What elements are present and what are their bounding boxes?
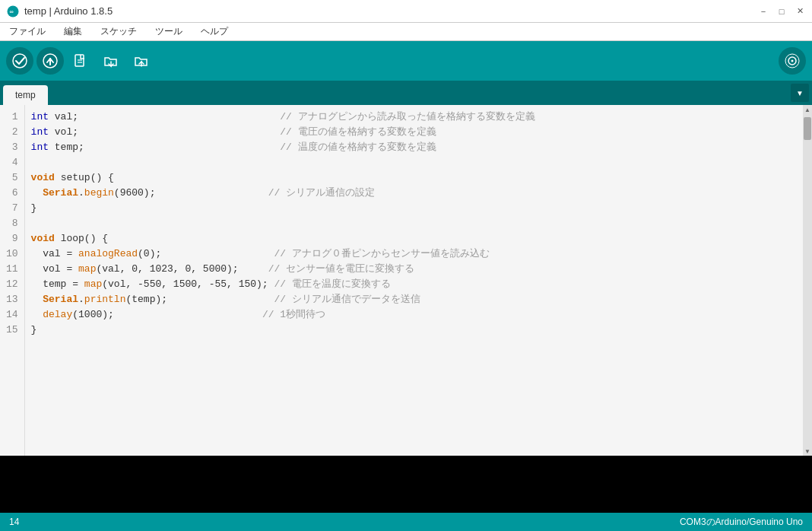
code-line: delay(1000); // 1秒間待つ <box>31 307 797 323</box>
scrollbar-vertical[interactable]: ▲ ▼ <box>803 105 812 456</box>
code-line: } <box>31 201 797 216</box>
menu-file[interactable]: ファイル <box>6 24 49 40</box>
open-button[interactable] <box>97 47 125 75</box>
upload-icon <box>43 53 58 68</box>
title-controls: − □ ✕ <box>757 5 806 17</box>
title-left: ∞ temp | Arduino 1.8.5 <box>6 5 113 18</box>
scroll-thumb[interactable] <box>804 117 811 140</box>
menu-help[interactable]: ヘルプ <box>198 24 231 40</box>
line-number: 3 <box>6 140 18 155</box>
new-icon <box>72 52 89 69</box>
line-number: 5 <box>6 170 18 186</box>
menu-tools[interactable]: ツール <box>152 24 186 40</box>
board-indicator: COM3のArduino/Genuino Uno <box>680 516 803 529</box>
toolbar <box>0 41 812 81</box>
line-number: 2 <box>6 125 18 140</box>
editor-area: 123456789101112131415 int val; // アナログピン… <box>0 105 812 456</box>
serial-monitor-icon <box>785 53 800 68</box>
menu-edit[interactable]: 編集 <box>61 24 85 40</box>
code-line: Serial.println(temp); // シリアル通信でデータを送信 <box>31 292 797 307</box>
close-button[interactable]: ✕ <box>794 5 806 17</box>
title-bar: ∞ temp | Arduino 1.8.5 − □ ✕ <box>0 0 812 23</box>
code-line: } <box>31 323 797 338</box>
tab-dropdown-button[interactable]: ▼ <box>791 84 809 102</box>
code-line: vol = map(val, 0, 1023, 0, 5000); // センサ… <box>31 262 797 277</box>
line-number: 13 <box>6 292 18 307</box>
tab-temp[interactable]: temp <box>3 85 48 105</box>
save-button[interactable] <box>128 47 155 75</box>
line-number: 12 <box>6 277 18 292</box>
code-line: void setup() { <box>31 170 797 186</box>
line-number: 7 <box>6 201 18 216</box>
code-line: val = analogRead(0); // アナログ０番ピンからセンサー値を… <box>31 246 797 262</box>
status-bar: 14 COM3のArduino/Genuino Uno <box>0 513 812 531</box>
svg-point-12 <box>791 60 794 62</box>
line-number: 15 <box>6 323 18 338</box>
menu-bar: ファイル 編集 スケッチ ツール ヘルプ <box>0 23 812 41</box>
code-line <box>31 216 797 231</box>
line-number: 4 <box>6 155 18 170</box>
menu-sketch[interactable]: スケッチ <box>97 24 140 40</box>
code-editor[interactable]: int val; // アナログピンから読み取った値を格納する変数を定義int … <box>25 105 803 456</box>
minimize-button[interactable]: − <box>757 5 769 17</box>
new-button[interactable] <box>67 47 94 75</box>
svg-point-2 <box>13 54 27 68</box>
line-number: 9 <box>6 231 18 246</box>
line-indicator: 14 <box>9 517 19 527</box>
app-title: temp | Arduino 1.8.5 <box>24 5 113 17</box>
line-number: 14 <box>6 307 18 323</box>
save-icon <box>133 52 150 69</box>
verify-icon <box>12 53 27 68</box>
tab-bar: temp ▼ <box>0 81 812 105</box>
code-line: int val; // アナログピンから読み取った値を格納する変数を定義 <box>31 110 797 125</box>
line-number: 1 <box>6 110 18 125</box>
verify-button[interactable] <box>6 47 33 75</box>
code-line: void loop() { <box>31 231 797 246</box>
upload-button[interactable] <box>36 47 64 75</box>
tab-label: temp <box>15 90 36 100</box>
serial-monitor-button[interactable] <box>779 47 806 75</box>
code-line <box>31 155 797 170</box>
maximize-button[interactable]: □ <box>776 5 788 17</box>
code-line: temp = map(vol, -550, 1500, -55, 150); /… <box>31 277 797 292</box>
line-number: 8 <box>6 216 18 231</box>
arduino-logo-icon: ∞ <box>6 5 20 18</box>
code-line: int vol; // 電圧の値を格納する変数を定義 <box>31 125 797 140</box>
svg-text:∞: ∞ <box>10 8 14 15</box>
line-number: 11 <box>6 262 18 277</box>
console-area <box>0 456 812 513</box>
scroll-down-arrow[interactable]: ▼ <box>803 447 812 456</box>
line-number: 6 <box>6 186 18 201</box>
code-line: int temp; // 温度の値を格納する変数を定義 <box>31 140 797 155</box>
open-icon <box>103 52 119 69</box>
line-numbers: 123456789101112131415 <box>0 105 25 456</box>
scroll-up-arrow[interactable]: ▲ <box>803 105 812 114</box>
chevron-down-icon: ▼ <box>796 89 804 97</box>
line-number: 10 <box>6 246 18 262</box>
code-line: Serial.begin(9600); // シリアル通信の設定 <box>31 186 797 201</box>
